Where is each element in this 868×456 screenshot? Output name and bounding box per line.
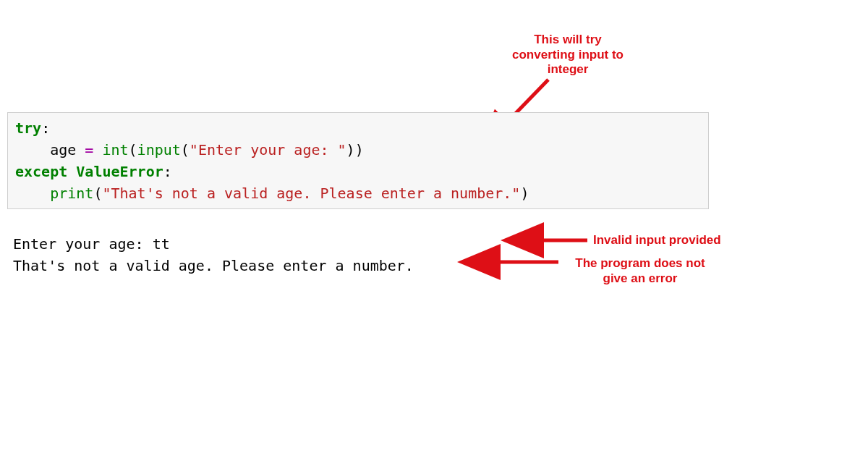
paren-open: ( xyxy=(129,141,137,159)
code-cell: try: age = int(input("Enter your age: ")… xyxy=(7,112,709,209)
output-line-2: That's not a valid age. Please enter a n… xyxy=(13,257,414,274)
code-age-assign: age xyxy=(15,141,85,159)
paren-open: ( xyxy=(181,141,190,159)
space xyxy=(67,163,76,180)
keyword-try: try xyxy=(15,119,41,137)
keyword-except: except xyxy=(15,163,67,180)
annotation-invalid-input: Invalid input provided xyxy=(593,233,731,248)
output-line-1: Enter your age: tt xyxy=(13,235,170,253)
func-int: int xyxy=(102,141,128,159)
colon: : xyxy=(41,119,50,137)
colon: : xyxy=(163,163,172,180)
string-not-valid: "That's not a valid age. Please enter a … xyxy=(102,185,520,202)
paren-open: ( xyxy=(93,185,102,202)
paren-close: )) xyxy=(346,141,364,159)
func-print: print xyxy=(50,185,93,202)
annotation-no-error: The program does not give an error xyxy=(564,256,716,286)
annotation-arrows xyxy=(0,0,868,456)
exception-valueerror: ValueError xyxy=(76,163,163,180)
paren-close: ) xyxy=(520,185,529,202)
indent xyxy=(15,185,50,202)
annotation-try-convert: This will try converting input to intege… xyxy=(506,33,629,77)
space xyxy=(93,141,102,159)
code-output: Enter your age: tt That's not a valid ag… xyxy=(13,233,414,276)
func-input: input xyxy=(137,141,181,159)
string-enter-age: "Enter your age: " xyxy=(190,141,346,159)
operator-equals: = xyxy=(85,141,93,159)
